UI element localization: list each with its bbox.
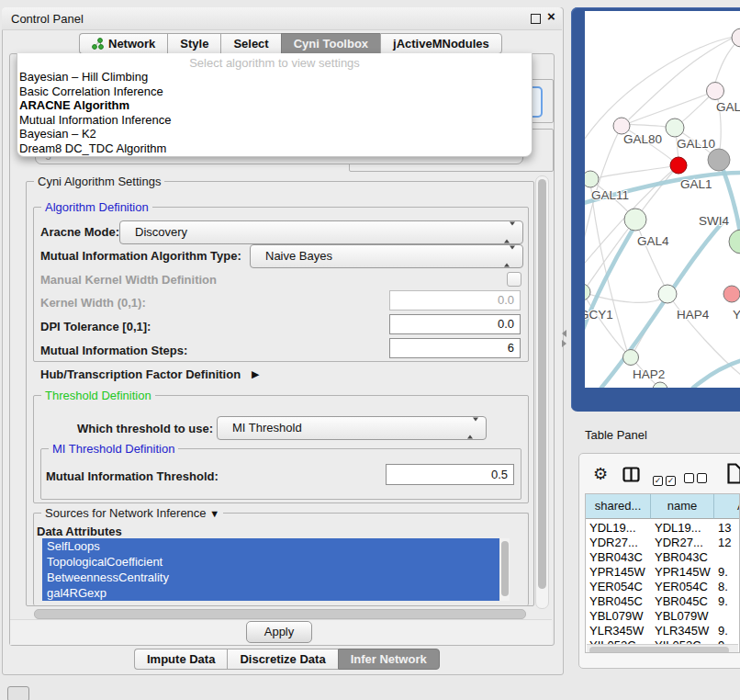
group-title: MI Threshold Definition [49, 442, 178, 456]
network-node-gcy1[interactable] [585, 284, 590, 300]
hub-definition-label[interactable]: Hub/Transcription Factor Definition [40, 367, 241, 381]
table-row[interactable]: YBR045CYBR045C9. [586, 594, 740, 609]
node-label: HAP4 [677, 308, 710, 322]
node-label: HAP2 [633, 367, 665, 381]
table-header-row[interactable]: shared...nameA [586, 494, 740, 519]
deselect-all-columns-icon[interactable] [684, 470, 710, 487]
dropdown-item[interactable]: ARACNE Algorithm [17, 98, 532, 113]
kernel-width-field[interactable]: 0.0 [389, 290, 521, 310]
table-row[interactable]: YBL079WYBL079W [586, 609, 740, 624]
node-label: GAL11 [591, 188, 629, 202]
mi-threshold-field[interactable]: 0.5 [386, 464, 514, 485]
dropdown-item[interactable]: Basic Correlation Inference [17, 85, 532, 99]
network-node-gal[interactable] [707, 83, 724, 100]
which-threshold-select[interactable]: MI Threshold [217, 416, 487, 440]
tab-label: Select [233, 34, 268, 53]
which-threshold-label: Which threshold to use: [77, 422, 213, 435]
table-hscrollbar[interactable] [587, 644, 738, 653]
table-cell: 9. [714, 624, 740, 638]
expand-arrow-icon[interactable]: ▶ [252, 368, 259, 380]
list-scrollbar-thumb[interactable] [501, 541, 509, 596]
settings-gear-icon[interactable]: ⚙ [593, 464, 608, 484]
tab-cyni-toolbox[interactable]: Cyni Toolbox [281, 33, 380, 54]
collapse-arrow-icon[interactable]: ▼ [209, 508, 219, 519]
table-row[interactable]: YDL19...YDL19...13 [586, 521, 740, 536]
dropdown-item[interactable]: Dream8 DC_TDC Algorithm [17, 141, 532, 156]
table-row[interactable]: YLR345WYLR345W9. [586, 624, 740, 638]
network-canvas[interactable]: GALGAL80GAL10GAL1GAL11SWI4GAL4GCY1HAP4YH… [585, 28, 740, 388]
table-cell: YLR345W [651, 624, 714, 638]
data-attribute-item[interactable]: SelfLoops [42, 538, 499, 554]
node-table[interactable]: shared...nameA YDL19...YDL19...13YDR27..… [585, 493, 740, 653]
float-panel-icon[interactable] [531, 14, 541, 24]
table-cell: YBR045C [586, 594, 651, 609]
apply-button[interactable]: Apply [246, 621, 312, 643]
manual-kernel-width-checkbox[interactable] [507, 272, 521, 287]
network-node-swi4[interactable] [729, 230, 740, 254]
node-label: SWI4 [699, 214, 729, 228]
tab-discretize-data[interactable]: Discretize Data [227, 649, 337, 670]
settings-vscrollbar[interactable] [535, 175, 549, 609]
network-edge [693, 360, 740, 388]
table-row[interactable]: YPR145WYPR145W9. [586, 565, 740, 580]
tab-jactivemnodules[interactable]: jActiveMNodules [380, 33, 502, 54]
tab-label: Cyni Toolbox [294, 34, 368, 53]
select-all-columns-icon[interactable]: ✓✓ [653, 470, 678, 487]
network-node-y[interactable] [723, 286, 740, 302]
table-cell: 13 [714, 521, 740, 536]
aracne-mode-select[interactable]: Discovery [119, 220, 523, 244]
dropdown-item[interactable]: Bayesian – K2 [17, 127, 532, 141]
group-title: Threshold Definition [41, 389, 155, 402]
network-node-gal4[interactable] [624, 209, 646, 231]
dpi-tolerance-field[interactable]: 0.0 [389, 314, 521, 334]
network-node-gal10[interactable] [666, 119, 684, 137]
table-cell: 9. [714, 565, 740, 580]
node-label: GAL [716, 100, 740, 114]
spinner-arrows-icon [467, 422, 478, 435]
table-hscroll-thumb[interactable] [589, 647, 729, 653]
network-node-hap2[interactable] [623, 350, 639, 366]
table-row[interactable]: YER054CYER054C8. [586, 580, 740, 594]
tab-label: Network [108, 34, 155, 53]
column-header[interactable]: A [714, 494, 740, 519]
data-attribute-item[interactable]: BetweennessCentrality [42, 570, 499, 585]
collapsed-panel-icon[interactable] [7, 686, 29, 700]
network-node-gal11[interactable] [585, 171, 599, 187]
network-node-hap4[interactable] [658, 285, 677, 303]
node-label: GAL10 [677, 137, 715, 151]
table-row[interactable]: YBR043CYBR043C [586, 550, 740, 565]
list-scrollbar-track[interactable] [500, 538, 510, 601]
tab-impute-data[interactable]: Impute Data [134, 649, 227, 670]
data-attribute-item[interactable]: TopologicalCoefficient [42, 554, 499, 570]
control-panel-tabbar: NetworkStyleSelectCyni ToolboxjActiveMNo… [79, 33, 502, 54]
split-columns-icon[interactable] [622, 467, 640, 482]
dropdown-item[interactable]: Bayesian – Hill Climbing [17, 70, 532, 85]
aracne-mode-label: Aracne Mode: [40, 225, 119, 239]
column-header[interactable]: shared... [586, 494, 651, 519]
divider-collapse-right-icon[interactable] [562, 340, 566, 347]
new-table-icon[interactable] [727, 463, 740, 484]
network-node[interactable] [732, 28, 740, 47]
tab-network[interactable]: Network [79, 33, 167, 54]
network-node-gal1[interactable] [670, 157, 687, 174]
dropdown-item[interactable]: Mutual Information Inference [17, 113, 532, 128]
table-cell: 12 [714, 536, 740, 550]
tab-select[interactable]: Select [220, 33, 280, 54]
close-icon[interactable]: × [547, 8, 555, 24]
divider-collapse-left-icon[interactable] [562, 330, 566, 337]
tab-infer-network[interactable]: Infer Network [338, 649, 440, 670]
data-attribute-item[interactable]: gal4RGexp [42, 585, 499, 601]
network-node[interactable] [708, 149, 730, 171]
settings-vscroll-thumb[interactable] [538, 179, 546, 589]
manual-kernel-width-label: Manual Kernel Width Definition [40, 273, 217, 287]
mi-algorithm-type-select[interactable]: Naive Bayes [250, 244, 523, 268]
tab-style[interactable]: Style [167, 33, 220, 54]
settings-hscrollbar[interactable] [30, 608, 532, 618]
table-row[interactable]: YDR27...YDR27...12 [586, 536, 740, 550]
column-header[interactable]: name [651, 494, 714, 519]
settings-hscroll-thumb[interactable] [34, 609, 526, 619]
mi-steps-field[interactable]: 6 [389, 338, 521, 358]
mi-steps-label: Mutual Information Steps: [40, 344, 187, 357]
dropdown-hint: Select algorithm to view settings [17, 53, 532, 70]
data-attributes-list: SelfLoopsTopologicalCoefficientBetweenne… [42, 538, 499, 601]
